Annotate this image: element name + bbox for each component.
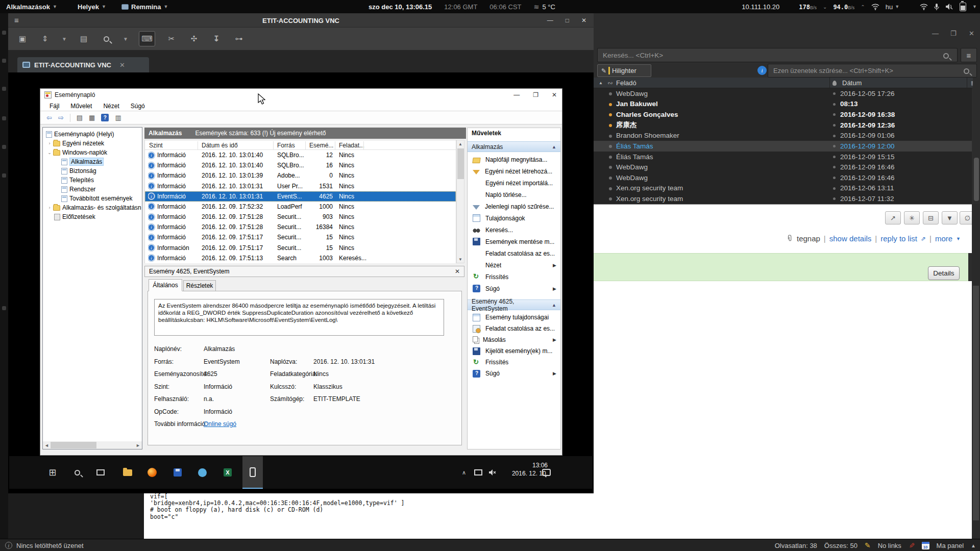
disconnect-icon[interactable]: ⊶ <box>233 34 245 43</box>
action-item[interactable]: Súgó ▶ <box>468 283 560 294</box>
event-row[interactable]: iInformación 2016. 12. 09. 17:51:17 Secu… <box>145 243 456 253</box>
preferences-icon[interactable]: ✣ <box>188 34 200 43</box>
action-item[interactable]: Egyéni nézet importálá... ▶ <box>468 177 560 189</box>
column-date[interactable]: Dátum és idő <box>202 140 238 151</box>
action-center-icon[interactable] <box>537 456 555 489</box>
column-date[interactable]: Dátum <box>842 78 862 88</box>
actions-section-application[interactable]: Alkalmazás▲ <box>468 141 560 152</box>
column-from[interactable]: Feladó <box>616 78 636 88</box>
event-row[interactable]: iInformáció 2016. 12. 09. 17:51:28 Secur… <box>145 222 456 232</box>
details-button[interactable]: Details <box>928 266 960 280</box>
save-app-button[interactable] <box>167 456 188 489</box>
skype-button[interactable] <box>192 456 212 489</box>
tree-item-windows-logs[interactable]: ⌄Windows-naplók <box>43 148 142 157</box>
start-button[interactable]: ⊞ <box>42 456 63 489</box>
mail-row[interactable]: WebDawg 2016-12-09 16:46 <box>594 162 972 172</box>
minimize-to-tray-icon[interactable]: ↧ <box>210 34 223 43</box>
read-state-dot[interactable] <box>609 135 612 138</box>
event-row[interactable]: iInformáció 2016. 12. 09. 17:52:32 LoadP… <box>145 202 456 212</box>
action-item[interactable]: Frissítés ▶ <box>468 271 560 283</box>
microphone-icon[interactable] <box>934 3 939 11</box>
scroll-down-icon[interactable]: ▼ <box>457 256 464 263</box>
taskbar-search-button[interactable] <box>67 456 87 489</box>
mail-row[interactable]: Jan Bakuwel 08:13 <box>594 99 972 110</box>
detail-close-icon[interactable]: ✕ <box>455 268 460 275</box>
read-state-dot[interactable] <box>609 103 612 106</box>
action-item[interactable]: Másolás ▶ <box>468 334 560 345</box>
battery-icon[interactable] <box>960 3 966 11</box>
scaling-icon[interactable]: ⇕ <box>39 34 51 43</box>
action-item[interactable]: Események mentése m... ▶ <box>468 236 560 247</box>
action-item[interactable]: Feladat csatolása az es... ▶ <box>468 323 560 334</box>
action-item[interactable]: Keresés... ▶ <box>468 224 560 236</box>
read-state-dot[interactable] <box>609 145 612 148</box>
event-row[interactable]: iInformáció 2016. 12. 10. 13:01:39 Adobe… <box>145 170 456 181</box>
event-row[interactable]: iInformáció 2016. 12. 09. 17:51:13 Searc… <box>145 253 456 263</box>
menu-item[interactable]: Fájl <box>50 103 59 110</box>
minimize-button[interactable]: — <box>547 17 553 24</box>
column-source[interactable]: Forrás <box>277 140 295 151</box>
collapse-icon[interactable]: ▲ <box>552 144 556 149</box>
ev-maximize-button[interactable]: ❐ <box>533 91 538 98</box>
dock-icon[interactable] <box>2 173 6 178</box>
volume-muted-icon[interactable] <box>485 456 500 489</box>
action-item[interactable]: Tulajdonságok ▶ <box>468 212 560 224</box>
action-item[interactable]: Frissítés ▶ <box>468 357 560 368</box>
file-explorer-button[interactable] <box>117 456 138 489</box>
duplicate-connection-icon[interactable]: ▤ <box>78 34 90 43</box>
read-state-dot[interactable] <box>609 187 612 190</box>
tree-item-forwarded-events[interactable]: Továbbított események <box>43 194 142 203</box>
mail-row[interactable]: Xen.org security team 2016-12-06 13:11 <box>594 183 972 194</box>
event-table-scrollbar[interactable]: ▲ ▼ <box>456 140 464 263</box>
calendar-icon[interactable]: 10 <box>922 542 929 549</box>
tree-item-system[interactable]: Rendszer <box>43 185 142 194</box>
ev-titlebar[interactable]: Eseménynapló — ❐ ✕ <box>40 89 562 101</box>
read-state-dot[interactable] <box>609 124 612 127</box>
mail-row[interactable]: WebDawg 2016-12-09 16:46 <box>594 172 972 183</box>
tree-item-application[interactable]: Alkalmazás <box>43 157 142 166</box>
action-item[interactable]: Naplófájl megnyitása... ▶ <box>468 154 560 165</box>
action-item[interactable]: Egyéni nézet létrehozá... ▶ <box>468 165 560 177</box>
event-row[interactable]: iInformáció 2016. 12. 10. 13:01:31 User … <box>145 181 456 191</box>
weather-applet[interactable]: ≋ 5 °C <box>534 3 555 11</box>
dock-icon[interactable] <box>2 87 6 91</box>
properties-icon[interactable]: ▦ <box>89 114 95 121</box>
remmina-titlebar[interactable]: ≡ ETIT-ACCOUNTING VNC — □ ✕ <box>8 13 594 28</box>
tree-item-security[interactable]: Biztonság <box>43 166 142 176</box>
event-row[interactable]: iInformáció 2016. 12. 10. 13:01:40 SQLBr… <box>145 150 456 160</box>
archive-button[interactable]: ▼ <box>942 211 958 224</box>
ev-minimize-button[interactable]: — <box>513 91 520 98</box>
tree-item-subscriptions[interactable]: Előfizetések <box>43 212 142 221</box>
mail-row[interactable]: WebDawg 2016-12-05 17:26 <box>594 88 972 99</box>
brush-icon[interactable]: ✎ <box>908 542 916 548</box>
tb-minimize-button[interactable]: ― <box>932 30 939 37</box>
open-message-button[interactable]: ↗ <box>885 211 901 224</box>
event-row[interactable]: iInformáció 2016. 12. 10. 13:01:40 SQLBr… <box>145 160 456 170</box>
mail-row[interactable]: Brandon Shoemaker 2016-12-09 01:06 <box>594 131 972 141</box>
search-input[interactable] <box>597 48 958 62</box>
action-item[interactable]: Nézet ▶ <box>468 259 560 271</box>
scrollbar-thumb[interactable] <box>51 442 96 448</box>
dock-icon[interactable] <box>2 306 6 310</box>
screenshot-icon[interactable] <box>100 35 112 43</box>
today-pane-label[interactable]: Ma panel <box>937 542 964 549</box>
collapse-icon[interactable]: ▲ <box>552 303 556 308</box>
event-row[interactable]: iInformáció 2016. 12. 10. 13:01:31 Event… <box>145 191 456 202</box>
tree-item-app-service-logs[interactable]: ›Alkalmazás- és szolgáltatásn <box>43 203 142 212</box>
keyboard-layout-applet[interactable]: hu▼ <box>886 3 899 11</box>
keyboard-grab-icon[interactable]: ⌨ <box>139 31 155 46</box>
system-menu-chevron-icon[interactable]: ▼ <box>972 4 977 9</box>
column-event-id[interactable]: Esemé... <box>309 140 333 151</box>
scroll-right-icon[interactable]: ► <box>134 441 142 449</box>
fullscreen-icon[interactable]: ▣ <box>16 34 29 43</box>
tree-root[interactable]: Eseménynapló (Helyi) <box>43 130 142 139</box>
scrollbar-thumb[interactable] <box>457 148 464 179</box>
mail-list-header[interactable]: ▲ ∾ Feladó Dátum ▦ <box>594 78 980 88</box>
tools-icon[interactable]: ✂ <box>165 34 178 43</box>
network-tray-icon[interactable] <box>471 456 486 489</box>
remmina-menu[interactable]: Remmina▼ <box>121 0 168 13</box>
menu-item[interactable]: Művelet <box>70 103 92 110</box>
firefox-button[interactable] <box>142 456 162 489</box>
menu-item[interactable]: Súgó <box>131 103 145 110</box>
more-link[interactable]: more <box>935 234 952 243</box>
